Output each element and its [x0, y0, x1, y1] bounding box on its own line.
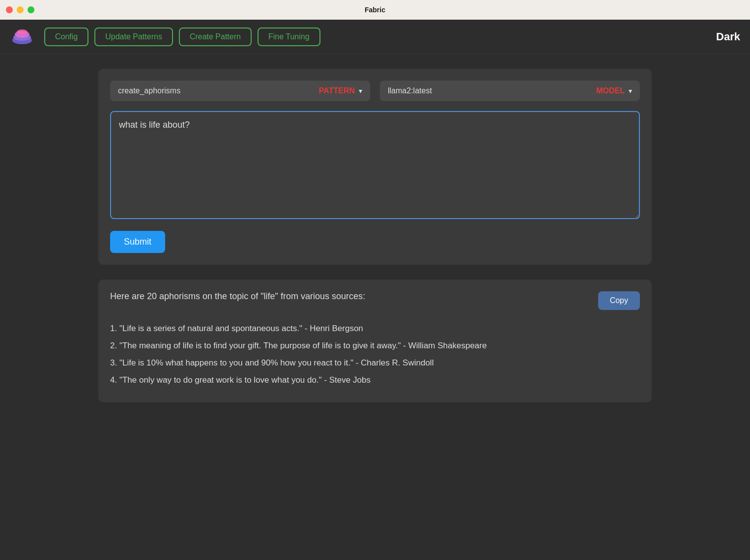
- nav-create-pattern-button[interactable]: Create Pattern: [179, 28, 252, 46]
- output-intro-text: Here are 20 aphorisms on the topic of "l…: [110, 291, 588, 302]
- submit-button[interactable]: Submit: [110, 231, 165, 253]
- output-item-4: 4. "The only way to do great work is to …: [110, 373, 640, 388]
- svg-point-3: [17, 29, 28, 34]
- maximize-button[interactable]: [28, 6, 34, 13]
- app-logo: [10, 25, 34, 49]
- model-selector-value: llama2:latest: [388, 86, 596, 95]
- input-textarea[interactable]: [110, 111, 640, 219]
- output-item-1: 1. "Life is a series of natural and spon…: [110, 322, 640, 336]
- pattern-selector-label: PATTERN: [319, 86, 355, 95]
- nav-config-button[interactable]: Config: [44, 28, 88, 46]
- output-header: Here are 20 aphorisms on the topic of "l…: [110, 291, 640, 310]
- minimize-button[interactable]: [17, 6, 24, 13]
- nav-fine-tuning-button[interactable]: Fine Tuning: [258, 28, 320, 46]
- nav-bar: Config Update Patterns Create Pattern Fi…: [0, 20, 750, 54]
- input-card: create_aphorisms PATTERN ▾ llama2:latest…: [98, 69, 652, 265]
- pattern-selector[interactable]: create_aphorisms PATTERN ▾: [110, 81, 370, 101]
- output-item-2: 2. "The meaning of life is to find your …: [110, 339, 640, 353]
- model-selector-label: MODEL: [596, 86, 625, 95]
- main-content: create_aphorisms PATTERN ▾ llama2:latest…: [0, 54, 750, 417]
- pattern-selector-value: create_aphorisms: [118, 86, 319, 95]
- title-bar: Fabric: [0, 0, 750, 20]
- output-list: 1. "Life is a series of natural and spon…: [110, 322, 640, 388]
- dark-toggle-button[interactable]: Dark: [716, 30, 740, 43]
- nav-buttons: Config Update Patterns Create Pattern Fi…: [44, 28, 320, 46]
- output-item-3: 3. "Life is 10% what happens to you and …: [110, 356, 640, 370]
- nav-update-patterns-button[interactable]: Update Patterns: [94, 28, 173, 46]
- copy-button[interactable]: Copy: [598, 291, 640, 310]
- pattern-selector-chevron: ▾: [359, 87, 362, 95]
- output-card: Here are 20 aphorisms on the topic of "l…: [98, 280, 652, 402]
- model-selector[interactable]: llama2:latest MODEL ▾: [380, 81, 640, 101]
- close-button[interactable]: [6, 6, 13, 13]
- traffic-lights: [6, 6, 34, 13]
- selectors-row: create_aphorisms PATTERN ▾ llama2:latest…: [110, 81, 640, 101]
- model-selector-chevron: ▾: [629, 87, 632, 95]
- window-title: Fabric: [365, 6, 385, 14]
